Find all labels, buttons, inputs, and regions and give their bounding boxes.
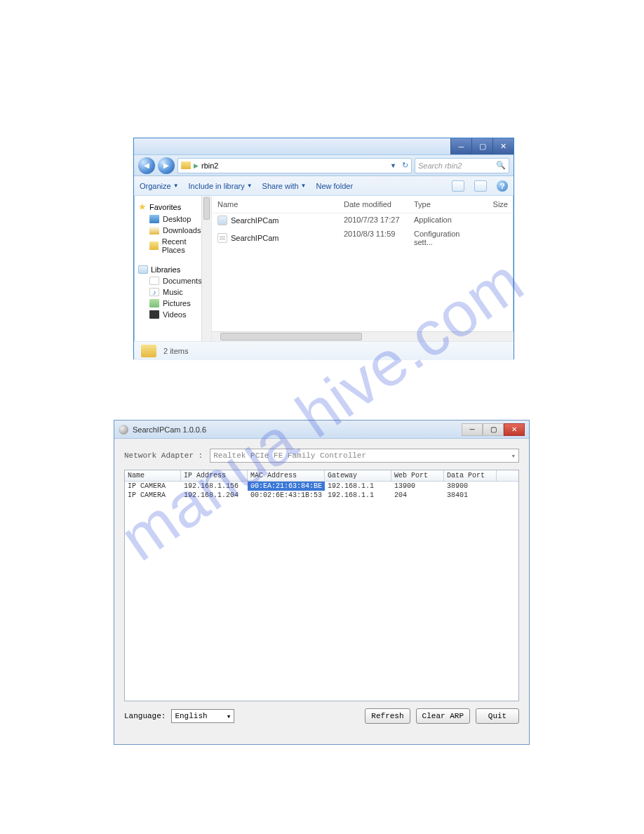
nav-desktop[interactable]: Desktop: [135, 213, 210, 225]
ipcam-titlebar: SearchIPCam 1.0.0.6 ─ ▢ ✕: [114, 421, 529, 439]
file-header-row[interactable]: Name Date modified Type Size: [212, 196, 514, 213]
favorites-header[interactable]: ★Favorites: [135, 200, 210, 213]
search-placeholder: Search rbin2: [418, 161, 462, 170]
music-icon: ♪: [149, 288, 159, 296]
chevron-down-icon: ▾: [511, 451, 516, 461]
nav-forward-button[interactable]: ►: [158, 157, 175, 174]
chevron-down-icon: ▾: [227, 712, 232, 721]
adapter-value: Realtek PCIe FE Family Controller: [213, 451, 366, 460]
search-icon: 🔍: [496, 161, 506, 170]
ipcam-footer: Language: English ▾ Refresh Clear ARP Qu…: [124, 701, 519, 724]
explorer-window: ─ ▢ ✕ ◄ ► ▶ rbin2 ▼ ↻ Search rbin2 🔍 Org…: [133, 138, 514, 359]
language-value: English: [175, 712, 207, 720]
th-ip[interactable]: IP Address: [181, 470, 248, 481]
language-label: Language:: [124, 712, 166, 720]
maximize-button[interactable]: ▢: [471, 138, 492, 154]
horizontal-scrollbar[interactable]: [212, 331, 514, 341]
refresh-button[interactable]: Refresh: [365, 708, 410, 724]
minimize-button[interactable]: ─: [462, 423, 483, 436]
table-row[interactable]: IP CAMERA 192.168.1.156 00:EA:21:63:84:B…: [125, 482, 518, 491]
download-icon: [149, 226, 159, 234]
camera-table: Name IP Address MAC Address Gateway Web …: [124, 470, 519, 701]
explorer-body: ★Favorites Desktop Downloads Recent Plac…: [134, 196, 514, 341]
window-title: SearchIPCam 1.0.0.6: [133, 425, 206, 434]
language-select[interactable]: English ▾: [171, 709, 234, 723]
search-input[interactable]: Search rbin2 🔍: [415, 158, 509, 173]
star-icon: ★: [138, 201, 147, 212]
close-button[interactable]: ✕: [492, 138, 514, 154]
nav-pane: ★Favorites Desktop Downloads Recent Plac…: [134, 196, 212, 341]
address-bar-row: ◄ ► ▶ rbin2 ▼ ↻ Search rbin2 🔍: [134, 155, 514, 176]
adapter-label: Network Adapter :: [124, 451, 203, 460]
nav-scrollbar[interactable]: [201, 196, 211, 341]
ipcam-body: Network Adapter : Realtek PCIe FE Family…: [114, 439, 529, 731]
desktop-icon: [149, 215, 159, 223]
th-dataport[interactable]: Data Port: [444, 470, 497, 481]
th-gateway[interactable]: Gateway: [325, 470, 391, 481]
config-icon: [217, 233, 227, 243]
nav-videos[interactable]: Videos: [135, 309, 210, 320]
th-webport[interactable]: Web Port: [391, 470, 444, 481]
th-name[interactable]: Name: [125, 470, 181, 481]
library-icon: [138, 265, 148, 274]
col-date[interactable]: Date modified: [338, 199, 408, 210]
refresh-icon[interactable]: ↻: [402, 161, 408, 170]
table-header[interactable]: Name IP Address MAC Address Gateway Web …: [125, 470, 518, 482]
libraries-header[interactable]: Libraries: [135, 264, 210, 275]
view-mode-button[interactable]: [452, 180, 464, 192]
clear-arp-button[interactable]: Clear ARP: [416, 708, 470, 724]
status-text: 2 items: [163, 347, 188, 355]
file-row[interactable]: SearchIPCam 2010/8/3 11:59 Configuration…: [212, 227, 514, 249]
explorer-titlebar: ─ ▢ ✕: [134, 138, 514, 155]
app-icon: [119, 425, 128, 435]
organize-menu[interactable]: Organize▼: [140, 182, 179, 190]
libraries-label: Libraries: [151, 265, 180, 274]
adapter-select[interactable]: Realtek PCIe FE Family Controller ▾: [210, 449, 519, 463]
preview-pane-button[interactable]: [474, 180, 487, 192]
video-icon: [149, 310, 159, 319]
breadcrumb-sep-icon: ▶: [194, 162, 199, 169]
recent-icon: [149, 241, 159, 250]
file-row[interactable]: SearchIPCam 2010/7/23 17:27 Application: [212, 213, 514, 227]
status-bar: 2 items: [134, 341, 514, 360]
file-list: Name Date modified Type Size SearchIPCam…: [212, 196, 514, 341]
address-dropdown-icon[interactable]: ▼: [387, 162, 399, 169]
help-icon[interactable]: ?: [497, 180, 508, 192]
th-mac[interactable]: MAC Address: [248, 470, 325, 481]
folder-icon: [181, 161, 191, 169]
maximize-button[interactable]: ▢: [483, 423, 504, 436]
app-icon: [217, 216, 227, 225]
nav-back-button[interactable]: ◄: [138, 157, 155, 174]
col-type[interactable]: Type: [408, 199, 485, 210]
share-with-menu[interactable]: Share with▼: [262, 182, 307, 190]
nav-music[interactable]: ♪Music: [135, 286, 210, 298]
minimize-button[interactable]: ─: [450, 138, 471, 154]
new-folder-button[interactable]: New folder: [316, 182, 353, 190]
table-row[interactable]: IP CAMERA 192.168.1.204 00:02:6E:43:1B:5…: [125, 491, 518, 500]
nav-recent-places[interactable]: Recent Places: [135, 236, 210, 256]
include-library-menu[interactable]: Include in library▼: [189, 182, 253, 190]
quit-button[interactable]: Quit: [476, 708, 519, 724]
favorites-label: Favorites: [149, 203, 181, 211]
breadcrumb-text: rbin2: [201, 161, 218, 170]
adapter-row: Network Adapter : Realtek PCIe FE Family…: [124, 449, 519, 463]
folder-icon: [141, 345, 156, 357]
searchipcam-window: SearchIPCam 1.0.0.6 ─ ▢ ✕ Network Adapte…: [114, 420, 530, 745]
document-icon: [149, 277, 159, 285]
close-button[interactable]: ✕: [504, 423, 525, 436]
nav-pictures[interactable]: Pictures: [135, 298, 210, 309]
col-name[interactable]: Name: [212, 199, 338, 210]
nav-downloads[interactable]: Downloads: [135, 225, 210, 236]
nav-documents[interactable]: Documents: [135, 275, 210, 286]
explorer-toolbar: Organize▼ Include in library▼ Share with…: [134, 176, 514, 196]
col-size[interactable]: Size: [485, 199, 514, 210]
address-field[interactable]: ▶ rbin2 ▼ ↻: [177, 158, 412, 173]
picture-icon: [149, 299, 159, 307]
